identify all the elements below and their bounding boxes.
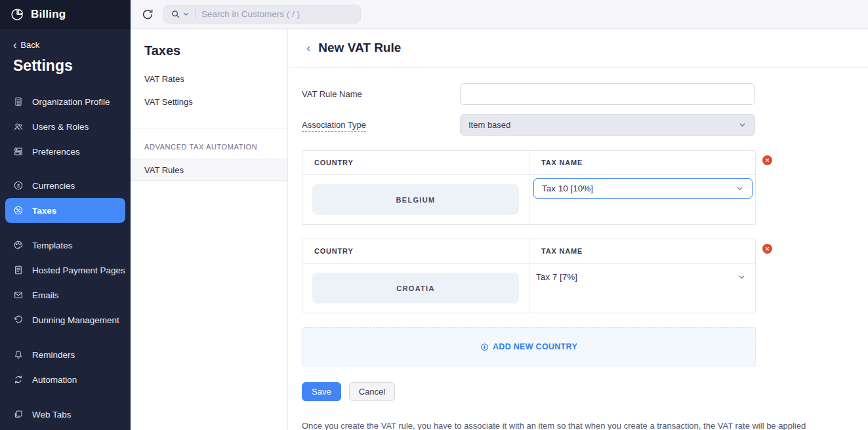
users-icon [13,121,24,132]
app-title: Billing [31,8,66,21]
sidebar-item-automation[interactable]: Automation [0,367,131,392]
sidebar-item-organization-profile[interactable]: Organization Profile [0,89,131,114]
palette-icon [13,240,24,250]
sidebar-item-templates[interactable]: Templates [0,233,131,258]
tax-name-select[interactable]: Tax 10 [10%] [533,178,753,199]
settings-sidebar: Billing ‹ Back Settings Organization Pro… [0,0,131,430]
building-icon [13,96,24,107]
chevron-down-icon [738,121,747,129]
sidebar-item-preferences[interactable]: Preferences [0,139,131,164]
sidebar-item-label: Dunning Management [32,315,119,325]
search-icon [171,9,180,19]
country-rule-cards: COUNTRY TAX NAME BELGIUM Tax 10 [10%] [302,150,868,313]
currency-icon: $ [13,180,24,191]
history-icon [13,315,24,325]
delete-country-button[interactable] [762,244,772,254]
association-type-label: Association Type [302,120,460,130]
add-new-country-button[interactable]: ADD NEW COUNTRY [302,327,756,366]
sidebar-item-label: Web Tabs [32,410,72,420]
settings-heading: Settings [13,57,131,75]
settings-nav: Organization Profile Users & Roles Prefe… [0,89,131,427]
app-brand[interactable]: Billing [0,0,131,29]
chevron-down-icon[interactable] [182,10,190,18]
rule-card-belgium: COUNTRY TAX NAME BELGIUM Tax 10 [10%] [302,150,756,225]
global-search[interactable] [163,5,361,24]
rule-card-header: COUNTRY TAX NAME [302,239,755,264]
sidebar-item-emails[interactable]: Emails [0,283,131,307]
association-type-select[interactable]: Item based [460,114,755,136]
page-title: New VAT Rule [318,41,401,55]
sidebar-item-reminders[interactable]: Reminders [0,342,131,367]
refresh-history-icon[interactable] [141,8,154,21]
close-icon [765,158,770,163]
search-input[interactable] [201,9,354,19]
chevron-down-icon [737,273,746,281]
vat-rule-form: VAT Rule Name Association Type Item base… [289,68,868,430]
sidebar-item-users-roles[interactable]: Users & Roles [0,114,131,139]
vat-rule-help-text: Once you create the VAT rule, you have t… [302,421,856,430]
percent-icon [13,205,24,216]
sidebar-item-label: Preferences [32,147,80,157]
nav-group-org: Organization Profile Users & Roles Prefe… [0,89,131,164]
preferences-icon [13,146,24,157]
vat-rule-name-label: VAT Rule Name [302,89,460,99]
tax-name-select[interactable]: Tax 7 [7%] [536,272,746,282]
rule-card-body: BELGIUM Tax 10 [10%] [302,175,755,224]
rule-card-header: COUNTRY TAX NAME [302,151,755,175]
nav-group-automation: Reminders Automation [0,342,131,392]
top-bar [131,0,868,29]
panel-item-vat-rates[interactable]: VAT Rates [131,68,287,90]
vat-rule-name-input[interactable] [460,83,755,105]
chevron-left-icon: ‹ [13,41,16,49]
sidebar-item-taxes[interactable]: Taxes [5,198,125,223]
advanced-tax-automation-label: ADVANCED TAX AUTOMATION [131,143,287,151]
cancel-button[interactable]: Cancel [349,382,395,401]
tax-name-column-header: TAX NAME [529,239,755,263]
add-new-country-label: ADD NEW COUNTRY [493,342,577,351]
nav-group-webtabs: Web Tabs [0,402,131,427]
nav-group-customization: Templates Hosted Payment Pages Emails Du… [0,233,131,332]
save-button[interactable]: Save [302,382,341,401]
back-button[interactable]: ‹ Back [13,40,131,50]
sidebar-item-label: Automation [32,375,77,385]
tabs-icon [13,409,24,420]
sidebar-item-label: Users & Roles [32,122,89,132]
back-label: Back [20,40,39,50]
sidebar-item-label: Organization Profile [32,97,110,107]
close-icon [765,246,770,251]
sidebar-item-web-tabs[interactable]: Web Tabs [0,402,131,427]
chevron-down-icon [735,184,744,193]
sidebar-item-dunning-management[interactable]: Dunning Management [0,307,131,332]
nav-group-money: $ Currencies Taxes [0,173,131,223]
country-column-header: COUNTRY [302,239,529,263]
tax-cell: Tax 10 [10%] [529,175,755,224]
panel-divider [131,128,287,128]
sidebar-item-label: Currencies [32,181,75,191]
main-content: ‹ New VAT Rule VAT Rule Name Association… [289,29,868,430]
country-cell: CROATIA [302,264,529,313]
panel-item-vat-rules[interactable]: VAT Rules [131,159,287,181]
back-chevron-icon[interactable]: ‹ [306,42,310,54]
taxes-panel-title: Taxes [131,29,287,58]
association-type-value: Item based [468,120,510,130]
delete-country-button[interactable] [762,155,772,165]
tax-name-value: Tax 10 [10%] [542,184,593,193]
billing-logo-icon [10,7,25,22]
rule-card-body: CROATIA Tax 7 [7%] [302,264,755,313]
sidebar-item-hosted-payment-pages[interactable]: Hosted Payment Pages [0,258,131,283]
document-icon [13,265,24,275]
sidebar-item-currencies[interactable]: $ Currencies [0,173,131,198]
form-row-name: VAT Rule Name [302,83,868,105]
country-cell: BELGIUM [302,175,529,224]
taxes-panel-list: VAT Rates VAT Settings [131,68,287,113]
tax-cell: Tax 7 [7%] [529,264,755,313]
country-column-header: COUNTRY [302,151,529,174]
country-badge: BELGIUM [312,184,519,215]
taxes-panel: Taxes VAT Rates VAT Settings ADVANCED TA… [131,29,288,430]
country-badge: CROATIA [312,273,519,303]
envelope-icon [13,290,24,300]
sidebar-item-label: Taxes [32,206,56,216]
svg-text:$: $ [17,183,20,189]
form-actions: Save Cancel [302,382,868,401]
panel-item-vat-settings[interactable]: VAT Settings [131,90,287,113]
